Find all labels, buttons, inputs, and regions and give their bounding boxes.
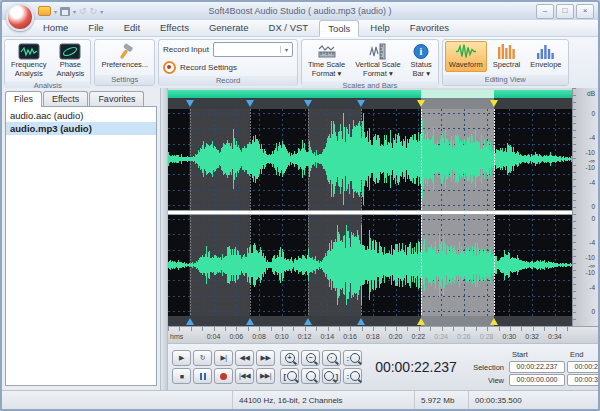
region-marker[interactable] (304, 100, 312, 107)
region-marker[interactable] (304, 318, 312, 325)
time-scale-format-button[interactable]: Time Scale Format ▾ (304, 41, 349, 80)
region-marker[interactable] (186, 100, 194, 107)
quick-access-toolbar: ▾ ▾ ↺ ↻ ▾ (38, 6, 103, 16)
editor-column: hms 0:040:060:080:100:120:140:160:180:20… (168, 88, 598, 390)
zoom-ratio-button[interactable]: : (343, 350, 362, 366)
phase-analysis-icon (59, 43, 81, 60)
stop-button[interactable]: ■ (172, 368, 191, 384)
selection-marker[interactable] (417, 100, 425, 107)
ruler-time-label: 0:30 (503, 333, 517, 340)
go-to-end-button[interactable]: ▶▶| (256, 368, 275, 384)
tab-dx-vst[interactable]: DX / VST (260, 19, 318, 36)
region-marker[interactable] (357, 318, 365, 325)
fast-forward-button[interactable]: ▶▶ (256, 350, 275, 366)
record-input-caret-icon[interactable]: ▾ (280, 46, 292, 53)
save-caret-icon[interactable]: ▾ (73, 8, 76, 15)
panel-splitter[interactable] (160, 88, 168, 390)
zoom-normal-button[interactable]: · (322, 350, 341, 366)
group-analysis: Frequency Analysis Phase Analysis Analys… (4, 39, 91, 86)
row-label-view: View (470, 376, 508, 385)
overview-bar[interactable] (168, 90, 572, 98)
vertical-scale-format-button[interactable]: Vertical Scale Format ▾ (351, 41, 404, 80)
record-input-select[interactable]: ▾ (213, 42, 293, 57)
region-marker[interactable] (246, 318, 254, 325)
status-total-length: 00:00:35.500 (468, 391, 598, 409)
selection-marker[interactable] (490, 318, 498, 325)
record-button[interactable] (214, 368, 233, 384)
spectral-view-button[interactable]: Spectral (489, 41, 525, 72)
tab-help[interactable]: Help (361, 19, 399, 36)
marker-strip-top[interactable] (168, 98, 572, 109)
view-end-field[interactable]: 00:00:35.500 (567, 374, 600, 386)
record-settings-button[interactable]: Record Settings (180, 63, 237, 72)
redo-icon[interactable]: ↻ (90, 6, 98, 16)
zoom-out-button[interactable]: − (301, 350, 320, 366)
ruler-time-label: 0:26 (457, 333, 471, 340)
tab-favorites[interactable]: Favorites (401, 19, 458, 36)
preferences-button[interactable]: Preferences... (97, 41, 152, 72)
tab-file[interactable]: File (79, 19, 112, 36)
strip-selection (421, 316, 494, 326)
zoom-plain-button[interactable] (301, 368, 320, 384)
vertical-scale-format-label: Vertical Scale Format ▾ (355, 61, 400, 78)
status-bar-button[interactable]: i Status Bar ▾ (407, 41, 436, 80)
phase-analysis-button[interactable]: Phase Analysis (52, 41, 88, 80)
rewind-button[interactable]: ◀◀ (235, 350, 254, 366)
selection-end-field[interactable]: 00:00:28.646 (567, 361, 600, 373)
play-to-end-button[interactable]: ▶| (214, 350, 233, 366)
app-logo-icon[interactable] (6, 3, 34, 31)
list-item[interactable]: audio.aac (audio) (6, 109, 156, 122)
waveform-view-button[interactable]: Waveform (445, 41, 487, 72)
view-start-field[interactable]: 00:00:00.000 (509, 374, 565, 386)
tab-generate[interactable]: Generate (200, 19, 258, 36)
maximize-button[interactable]: □ (556, 4, 574, 19)
frequency-analysis-label: Frequency Analysis (11, 61, 46, 78)
frequency-analysis-button[interactable]: Frequency Analysis (7, 41, 50, 80)
loop-button[interactable]: ↻ (193, 350, 212, 366)
close-button[interactable]: × (576, 4, 594, 19)
record-input-label: Record Input (163, 45, 209, 54)
status-bar-label: Status Bar ▾ (411, 61, 432, 78)
panel-icon[interactable] (38, 6, 51, 16)
pause-button[interactable] (193, 368, 212, 384)
main-area: Files Effects Favorites audio.aac (audio… (2, 88, 598, 390)
save-icon[interactable] (60, 7, 70, 16)
db-tick-label: -4 (589, 283, 595, 290)
minimize-button[interactable]: – (536, 4, 554, 19)
group-editing-view: Waveform Spectral Envelope Editing View (442, 39, 569, 86)
undo-icon[interactable]: ↺ (79, 6, 87, 16)
magnifier-icon (350, 353, 360, 363)
tab-tools[interactable]: Tools (319, 20, 359, 37)
panel-tab-files[interactable]: Files (5, 91, 42, 107)
ruler-unit-label: hms (170, 333, 183, 340)
spectral-view-icon (496, 43, 518, 60)
panel-tab-effects[interactable]: Effects (43, 91, 88, 106)
tab-effects[interactable]: Effects (151, 19, 198, 36)
zoom-selection-button[interactable]: [ (280, 368, 299, 384)
waveform-canvas[interactable] (168, 109, 572, 316)
region-marker[interactable] (357, 100, 365, 107)
selection-start-field[interactable]: 00:00:22.237 (509, 361, 565, 373)
overview-selection[interactable] (421, 90, 494, 98)
panel-tab-favorites[interactable]: Favorites (89, 91, 144, 106)
selection-marker[interactable] (490, 100, 498, 107)
tab-edit[interactable]: Edit (115, 19, 149, 36)
panel-caret-icon[interactable]: ▾ (54, 8, 57, 15)
phase-analysis-label: Phase Analysis (56, 61, 84, 78)
envelope-view-label: Envelope (530, 61, 561, 70)
play-button[interactable]: ▶ (172, 350, 191, 366)
selection-marker[interactable] (417, 318, 425, 325)
envelope-view-button[interactable]: Envelope (526, 41, 565, 72)
zoom-in-button[interactable]: + (280, 350, 299, 366)
go-to-start-button[interactable]: |◀◀ (235, 368, 254, 384)
list-item-selected[interactable]: audio.mp3 (audio) (6, 122, 156, 135)
region-marker[interactable] (186, 318, 194, 325)
marker-strip-bottom[interactable] (168, 316, 572, 326)
tab-home[interactable]: Home (34, 19, 77, 36)
zoom-vertical-button[interactable]: : (343, 368, 362, 384)
qat-menu-caret-icon[interactable]: ▾ (100, 8, 103, 15)
region-marker[interactable] (246, 100, 254, 107)
zoom-fit-button[interactable]: ] (322, 368, 341, 384)
group-label-record: Record (159, 76, 297, 86)
time-ruler[interactable]: hms 0:040:060:080:100:120:140:160:180:20… (168, 326, 598, 343)
